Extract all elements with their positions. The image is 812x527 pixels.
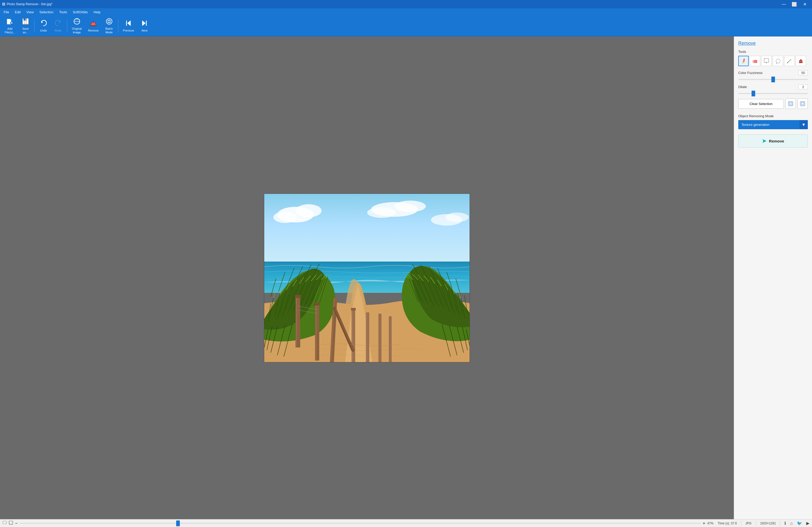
remove-button-label: Remove: [769, 139, 784, 143]
menubar: File Edit View Selection Tools SoftOrbit…: [0, 8, 812, 16]
zoom-minus[interactable]: −: [15, 521, 17, 526]
save-as-icon: [22, 18, 29, 26]
remove-arrow-icon: ➤: [762, 138, 766, 144]
menu-tools[interactable]: Tools: [57, 9, 70, 15]
svg-rect-122: [389, 316, 392, 362]
home-icon[interactable]: ⌂: [790, 521, 793, 526]
dilate-slider[interactable]: [738, 93, 808, 94]
svg-rect-25: [264, 194, 470, 272]
remove-tool-label: Remove: [88, 29, 99, 32]
color-fuzziness-header: Color Fuzziness 50: [738, 70, 808, 75]
svg-rect-9: [25, 22, 27, 24]
statusbar-icon-cursor[interactable]: [9, 521, 13, 526]
svg-rect-120: [366, 312, 367, 362]
remove-button[interactable]: ➤ Remove: [738, 134, 808, 147]
minimize-button[interactable]: —: [779, 0, 789, 8]
social-icon-1[interactable]: 🐦: [797, 521, 802, 526]
svg-line-148: [792, 61, 792, 61]
remove-tool-button[interactable]: Remove: [86, 17, 101, 35]
stamp-tool-button[interactable]: [796, 56, 806, 66]
svg-point-154: [800, 61, 801, 62]
menu-selection[interactable]: Selection: [37, 9, 56, 15]
panel-title: Remove: [738, 41, 808, 46]
menu-edit[interactable]: Edit: [12, 9, 23, 15]
svg-rect-141: [755, 60, 757, 63]
add-files-icon: [6, 18, 14, 26]
invert-selection-button[interactable]: [797, 99, 808, 109]
svg-line-145: [787, 60, 791, 63]
menu-softorbits[interactable]: SoftOrbits: [70, 9, 90, 15]
redo-button[interactable]: Redo: [51, 17, 65, 35]
next-label: Next: [142, 29, 147, 32]
svg-rect-117: [352, 308, 353, 362]
svg-point-31: [367, 207, 396, 218]
close-button[interactable]: ✕: [799, 0, 810, 8]
svg-rect-16: [90, 25, 97, 26]
redo-icon: [55, 19, 62, 28]
svg-line-62: [273, 292, 275, 298]
undo-button[interactable]: Undo: [37, 17, 50, 35]
svg-line-149: [791, 62, 791, 62]
clear-selection-button[interactable]: Clear Selection: [738, 99, 784, 108]
pencil-icon: [741, 58, 746, 64]
svg-rect-7: [24, 18, 27, 20]
svg-marker-23: [142, 20, 145, 26]
statusbar-left: − + 47%: [3, 521, 713, 526]
undo-icon: [40, 19, 47, 28]
statusbar-icon-select[interactable]: [3, 521, 7, 526]
info-icon[interactable]: ℹ: [784, 521, 786, 526]
toolbar-separator-3: [118, 19, 118, 32]
social-icon-2[interactable]: ▶: [806, 521, 809, 526]
svg-rect-158: [801, 102, 804, 105]
menu-file[interactable]: File: [1, 9, 12, 15]
next-button[interactable]: Next: [137, 17, 151, 35]
svg-rect-119: [366, 312, 369, 362]
magic-wand-icon: [786, 58, 792, 64]
svg-point-30: [394, 201, 426, 212]
svg-line-147: [791, 60, 792, 61]
batch-mode-button[interactable]: BatchMode: [102, 17, 116, 35]
image-container[interactable]: [264, 193, 470, 362]
clear-selection-row: Clear Selection: [738, 99, 808, 109]
dilate-label: Dilate: [738, 85, 747, 89]
image-dimensions: 1920×1281: [760, 522, 776, 525]
rect-select-button[interactable]: [761, 56, 772, 66]
svg-rect-118: [351, 308, 356, 310]
batch-mode-label: BatchMode: [105, 27, 113, 34]
original-image-label: OriginalImage: [72, 27, 82, 34]
original-image-button[interactable]: OriginalImage: [69, 17, 84, 35]
zoom-plus[interactable]: +: [703, 521, 705, 526]
svg-point-150: [787, 62, 788, 63]
select-all-button[interactable]: [785, 99, 796, 109]
save-as-button[interactable]: Saveas...: [19, 17, 32, 35]
redo-label: Redo: [55, 29, 61, 32]
maximize-button[interactable]: ⬜: [789, 0, 799, 8]
menu-view[interactable]: View: [24, 9, 36, 15]
statusbar-divider-3: [780, 521, 780, 526]
undo-label: Undo: [40, 29, 47, 32]
color-fuzziness-slider[interactable]: [738, 79, 808, 80]
menu-help[interactable]: Help: [91, 9, 103, 15]
toolbar: AddFile(s)... Saveas... Undo: [0, 16, 812, 36]
previous-button[interactable]: Previous: [120, 17, 137, 35]
eraser-tool-button[interactable]: [750, 56, 760, 66]
select-all-icon: [788, 101, 794, 106]
svg-rect-140: [753, 60, 755, 63]
tools-row: [738, 56, 808, 66]
invert-selection-icon: [800, 101, 806, 106]
svg-marker-12: [59, 21, 60, 23]
beach-image: [264, 194, 470, 362]
svg-marker-21: [127, 20, 131, 26]
titlebar-controls: — ⬜ ✕: [779, 0, 810, 8]
magic-wand-button[interactable]: [784, 56, 795, 66]
batch-mode-icon: [105, 18, 113, 26]
color-fuzziness-label: Color Fuzziness: [738, 71, 763, 75]
mode-select[interactable]: Texture generation Content-aware fill Sm…: [738, 120, 808, 129]
canvas-area[interactable]: [0, 36, 734, 519]
svg-marker-11: [41, 21, 43, 23]
add-files-button[interactable]: AddFile(s)...: [2, 17, 18, 35]
toolbar-separator-1: [34, 19, 35, 32]
pencil-tool-button[interactable]: [738, 56, 749, 66]
zoom-slider[interactable]: [19, 523, 700, 524]
lasso-button[interactable]: [773, 56, 783, 66]
